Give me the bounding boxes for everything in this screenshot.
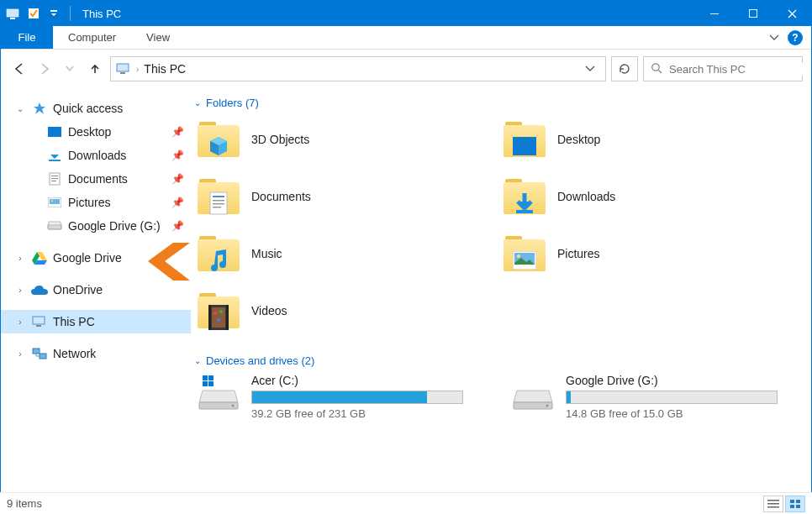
- tree-item-pictures[interactable]: Pictures 📌: [1, 191, 191, 214]
- tree-quick-access[interactable]: ⌄ Quick access: [1, 97, 191, 120]
- address-dropdown-icon[interactable]: [580, 62, 600, 76]
- folder-item[interactable]: Music: [191, 230, 497, 277]
- chevron-right-icon[interactable]: ›: [14, 317, 26, 327]
- svg-rect-39: [208, 305, 211, 330]
- svg-rect-14: [51, 181, 56, 181]
- svg-rect-10: [49, 160, 61, 161]
- chevron-down-icon: ⌄: [194, 98, 201, 108]
- tree-this-pc[interactable]: › This PC: [1, 310, 191, 333]
- svg-point-17: [51, 200, 53, 202]
- minimize-button[interactable]: [695, 1, 734, 26]
- quick-access-icon: [31, 101, 48, 116]
- tree-onedrive[interactable]: › OneDrive: [1, 278, 191, 302]
- svg-rect-22: [33, 349, 40, 354]
- svg-rect-20: [33, 317, 45, 324]
- tree-item-google-drive-g[interactable]: Google Drive (G:) 📌: [1, 214, 191, 238]
- address-bar[interactable]: › This PC: [110, 56, 606, 81]
- tree-item-downloads[interactable]: Downloads 📌: [1, 144, 191, 167]
- tree-item-documents[interactable]: Documents 📌: [1, 167, 191, 191]
- maximize-button[interactable]: [734, 1, 772, 26]
- svg-rect-19: [49, 222, 61, 225]
- svg-point-33: [517, 254, 520, 258]
- svg-rect-35: [212, 307, 225, 328]
- svg-point-37: [219, 310, 223, 313]
- google-drive-icon: [31, 250, 48, 265]
- folder-icon: [198, 290, 240, 332]
- view-details-button[interactable]: [763, 496, 783, 512]
- ribbon: File Computer View ?: [1, 26, 811, 50]
- titlebar: This PC: [1, 1, 811, 26]
- chevron-right-icon[interactable]: ›: [14, 286, 26, 295]
- svg-rect-40: [226, 305, 229, 330]
- chevron-right-icon[interactable]: ›: [14, 254, 26, 263]
- explorer-icon: [6, 6, 21, 21]
- recent-locations-button[interactable]: [60, 59, 80, 79]
- refresh-button[interactable]: [611, 56, 638, 81]
- svg-rect-53: [796, 500, 800, 503]
- help-button[interactable]: ?: [788, 30, 803, 45]
- svg-rect-7: [120, 72, 125, 74]
- group-header-drives[interactable]: ⌄ Devices and drives (2): [191, 349, 803, 374]
- search-box[interactable]: [643, 56, 803, 81]
- svg-rect-43: [203, 381, 208, 386]
- folder-item[interactable]: Desktop: [497, 116, 803, 163]
- svg-point-38: [217, 318, 220, 322]
- folder-item[interactable]: Documents: [191, 173, 497, 220]
- svg-rect-28: [213, 203, 224, 205]
- chevron-right-icon[interactable]: ›: [14, 349, 26, 359]
- chevron-right-icon[interactable]: ›: [136, 65, 139, 74]
- ribbon-expand-icon[interactable]: [769, 31, 779, 45]
- pin-icon: 📌: [171, 173, 184, 185]
- chevron-down-icon: ⌄: [194, 356, 201, 365]
- view-tiles-button[interactable]: [785, 496, 805, 512]
- folder-item[interactable]: Videos: [191, 287, 497, 334]
- pictures-icon: [46, 195, 63, 210]
- drive-capacity-bar: [251, 391, 463, 404]
- folder-label: Pictures: [557, 247, 600, 260]
- back-button[interactable]: [9, 59, 29, 79]
- tree-item-desktop[interactable]: Desktop 📌: [1, 120, 191, 144]
- qat-properties-icon[interactable]: [26, 6, 41, 21]
- group-title: Folders (7): [206, 97, 259, 109]
- folder-label: Downloads: [557, 190, 615, 203]
- svg-rect-12: [51, 176, 58, 176]
- search-input[interactable]: [669, 63, 810, 76]
- folder-item[interactable]: Downloads: [497, 173, 803, 220]
- folder-label: Desktop: [557, 133, 600, 146]
- folder-item[interactable]: 3D Objects: [191, 116, 497, 163]
- folder-item[interactable]: Pictures: [497, 230, 803, 277]
- svg-rect-3: [50, 10, 57, 12]
- pin-icon: 📌: [171, 197, 184, 208]
- svg-point-48: [546, 405, 549, 407]
- svg-rect-54: [790, 505, 794, 508]
- chevron-down-icon[interactable]: ⌄: [14, 104, 26, 113]
- drive-name: Google Drive (G:): [566, 374, 778, 387]
- svg-rect-9: [48, 127, 61, 137]
- up-button[interactable]: [85, 59, 105, 79]
- tab-computer[interactable]: Computer: [53, 26, 131, 49]
- close-button[interactable]: [772, 1, 811, 26]
- folder-icon: [198, 118, 240, 160]
- forward-button[interactable]: [34, 59, 55, 79]
- drive-item[interactable]: Google Drive (G:) 14.8 GB free of 15.0 G…: [505, 374, 803, 420]
- drive-icon: [198, 374, 240, 412]
- svg-rect-44: [208, 381, 214, 386]
- tab-view[interactable]: View: [131, 26, 185, 49]
- tree-label: OneDrive: [53, 283, 103, 296]
- tree-label: Pictures: [68, 196, 111, 209]
- folder-icon: [504, 176, 546, 218]
- tree-network[interactable]: › Network: [1, 342, 191, 365]
- drive-info: 14.8 GB free of 15.0 GB: [566, 407, 778, 420]
- svg-rect-29: [213, 207, 221, 208]
- pin-icon: 📌: [171, 126, 184, 138]
- pin-icon: 📌: [171, 149, 184, 161]
- svg-rect-55: [796, 505, 800, 508]
- file-tab[interactable]: File: [1, 26, 53, 49]
- tree-label: This PC: [53, 315, 95, 328]
- group-header-folders[interactable]: ⌄ Folders (7): [191, 92, 803, 116]
- breadcrumb[interactable]: This PC: [144, 62, 575, 76]
- drive-item[interactable]: Acer (C:) 39.2 GB free of 231 GB: [191, 374, 488, 420]
- tree-label: Documents: [68, 172, 128, 186]
- qat-dropdown-icon[interactable]: [46, 6, 61, 21]
- svg-rect-52: [790, 500, 794, 503]
